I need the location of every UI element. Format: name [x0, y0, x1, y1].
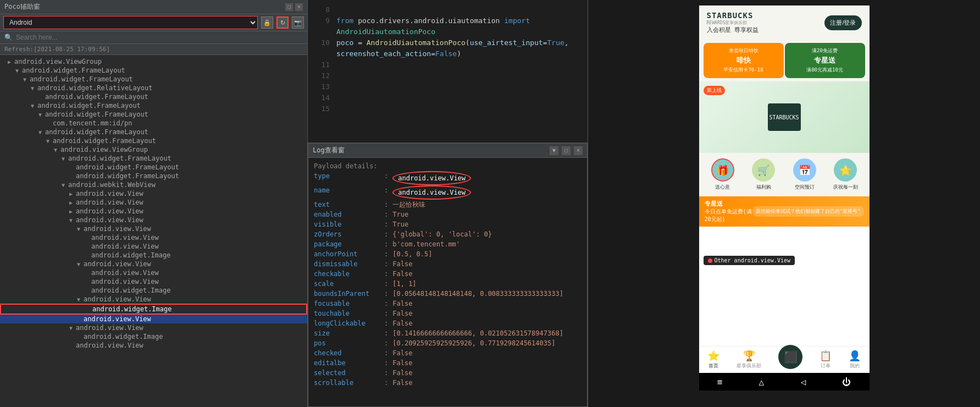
log-entry: dismissable : False — [314, 259, 582, 269]
sb-tab-orders[interactable]: 📋 订单 — [820, 350, 832, 370]
tree-item[interactable]: ▼android.view.View — [0, 260, 307, 268]
tree-item[interactable]: android.widget.FrameLayout — [0, 92, 307, 101]
phone-screen: STARBUCKS REWARDS星享俱乐部 入会积星 尊享权益 注册/登录 来… — [699, 6, 870, 391]
log-key: selected — [314, 368, 380, 378]
log-value: True — [392, 219, 408, 229]
qr-button[interactable]: ⬛ — [778, 345, 802, 369]
tree-item[interactable]: com.tencent.mm:id/pn — [0, 119, 307, 128]
sb-icon-item-1[interactable]: 🎁 送心意 — [704, 158, 743, 191]
tree-node-text: android.view.ViewGroup — [60, 146, 148, 153]
tree-node-text: android.view.View — [76, 190, 143, 197]
tree-item[interactable]: ▼android.widget.FrameLayout — [0, 75, 307, 84]
log-title-bar: Log查看窗 ▼ □ × — [308, 144, 587, 158]
log-key: size — [314, 328, 380, 338]
tree-node-text: android.widget.FrameLayout — [68, 155, 171, 162]
tree-node-text: android.view.View — [91, 234, 159, 241]
close-button[interactable]: × — [295, 3, 303, 11]
search-icon: 🔍 — [4, 34, 13, 41]
tree-item[interactable]: android.widget.Image — [0, 286, 307, 295]
profile-icon: 👤 — [849, 350, 861, 361]
sb-header: STARBUCKS REWARDS星享俱乐部 入会积星 尊享权益 注册/登录 — [699, 6, 870, 40]
tree-item[interactable]: android.view.View — [0, 341, 307, 350]
tree-item[interactable]: ▼android.view.View — [0, 295, 307, 304]
tree-node-text: android.widget.Image — [84, 333, 163, 340]
sb-tab-home[interactable]: ⭐ 首页 — [707, 350, 719, 370]
tree-item[interactable]: ▼android.widget.FrameLayout — [0, 101, 307, 110]
sb-tab-qr[interactable]: ⬛ — [778, 350, 802, 369]
tree-item[interactable]: android.view.View — [0, 233, 307, 242]
tree-item[interactable]: ▼android.widget.FrameLayout — [0, 66, 307, 75]
log-entry: touchable : False — [314, 309, 582, 318]
tree-item[interactable]: android.widget.FrameLayout — [0, 172, 307, 180]
sb-icon-item-3[interactable]: 📅 空间预订 — [785, 158, 824, 191]
log-minimize-btn[interactable]: □ — [562, 146, 571, 155]
log-key: scale — [314, 279, 380, 289]
tree-item[interactable]: ▼android.view.View — [0, 323, 307, 332]
tree-item[interactable]: ▼android.webkit.WebView — [0, 180, 307, 189]
tree-item[interactable]: ▼android.widget.FrameLayout — [0, 136, 307, 145]
tree-node-text: com.tencent.mm:id/pn — [53, 119, 132, 127]
tree-item[interactable]: android.widget.Image — [0, 251, 307, 260]
gift-icon: 🎁 — [717, 164, 729, 176]
log-entry: focusable : False — [314, 299, 582, 309]
tree-item[interactable]: android.widget.Image — [0, 332, 307, 341]
lock-icon-btn[interactable]: 🔒 — [261, 16, 273, 29]
screenshot-icon-btn[interactable]: 📷 — [292, 16, 304, 29]
tree-item[interactable]: ▼android.widget.FrameLayout — [0, 128, 307, 136]
promo-banner-left: 专星送 今日点单免运费(满20元起) — [705, 200, 752, 223]
log-value: android.view.View — [392, 185, 471, 200]
sb-icon-item-4[interactable]: ⭐ 庆祝每一刻 — [826, 158, 865, 191]
tree-item[interactable]: ▶android.view.View — [0, 189, 307, 198]
tree-item[interactable]: android.view.View — [0, 242, 307, 251]
refresh-icon-btn[interactable]: ↻ — [276, 16, 289, 29]
tree-item[interactable]: android.view.View — [0, 268, 307, 277]
search-input[interactable] — [16, 34, 303, 41]
tree-item[interactable]: ▼android.widget.FrameLayout — [0, 154, 307, 163]
tree-item[interactable]: android.widget.FrameLayout — [0, 163, 307, 172]
tree-node-text: android.widget.FrameLayout — [37, 102, 141, 109]
tree-item[interactable]: ▼android.view.View — [0, 224, 307, 233]
tree-item[interactable]: android.view.View — [0, 277, 307, 286]
menu-nav-btn[interactable]: ≡ — [717, 377, 723, 387]
back-nav-btn[interactable]: ◁ — [800, 377, 806, 387]
sb-tab-rewards[interactable]: 🏆 星享俱乐部 — [737, 350, 761, 370]
log-value: False — [392, 368, 412, 378]
log-entry: enabled : True — [314, 210, 582, 219]
tree-item[interactable]: android.widget.Image — [0, 304, 307, 315]
log-filter-btn[interactable]: ▼ — [550, 146, 558, 155]
sb-tab-profile[interactable]: 👤 我的 — [849, 350, 861, 370]
log-key: anchorPoint — [314, 249, 380, 259]
minimize-button[interactable]: □ — [285, 3, 293, 11]
code-token: use_airtest_input — [470, 38, 543, 47]
tree-item[interactable]: ▶android.view.View — [0, 198, 307, 207]
log-key: visible — [314, 219, 380, 229]
sb-promo-card-2[interactable]: 满20免运费 专星送 满80元再减10元 — [785, 43, 865, 78]
power-nav-btn[interactable]: ⏻ — [842, 377, 851, 387]
log-value: [0.20925925925925926, 0.7719298245614035… — [392, 338, 555, 348]
tree-item[interactable]: ▶android.view.ViewGroup — [0, 57, 307, 66]
tree-item[interactable]: android.view.View — [0, 315, 307, 323]
tree-node-text: android.widget.FrameLayout — [30, 75, 133, 83]
tree-item[interactable]: ▼android.widget.RelativeLayout — [0, 84, 307, 92]
log-close-btn[interactable]: × — [574, 146, 583, 155]
tree-item[interactable]: ▼android.widget.FrameLayout — [0, 110, 307, 119]
code-line: 13 — [308, 81, 588, 92]
sb-icon-item-2[interactable]: 🛒 福利购 — [744, 158, 783, 191]
tree-item[interactable]: ▶android.view.View — [0, 207, 307, 216]
log-key: enabled — [314, 210, 380, 219]
log-key: longClickable — [314, 318, 380, 328]
tree-container[interactable]: ▶android.view.ViewGroup▼android.widget.F… — [0, 55, 307, 407]
tree-item[interactable]: ▼android.view.ViewGroup — [0, 145, 307, 154]
code-token: AndroidUiautomationPoco — [367, 38, 466, 47]
tree-item[interactable]: ▼android.view.View — [0, 216, 307, 224]
log-title: Log查看窗 — [313, 146, 345, 155]
device-select[interactable]: Android — [3, 16, 258, 29]
log-key: text — [314, 200, 380, 210]
poco-title: Poco辅助窗 — [4, 2, 40, 12]
sb-promo-card-1[interactable]: 来尝秋日特饮 啡快 平安信用卡70-18 — [704, 43, 784, 78]
tree-node-text: android.widget.Image — [92, 305, 172, 313]
home-nav-btn[interactable]: △ — [759, 377, 765, 387]
promo-banner-text: 今日点单免运费(满20元起) — [705, 208, 752, 223]
log-value: android.view.View — [392, 171, 471, 185]
sb-login-button[interactable]: 注册/登录 — [824, 15, 861, 30]
